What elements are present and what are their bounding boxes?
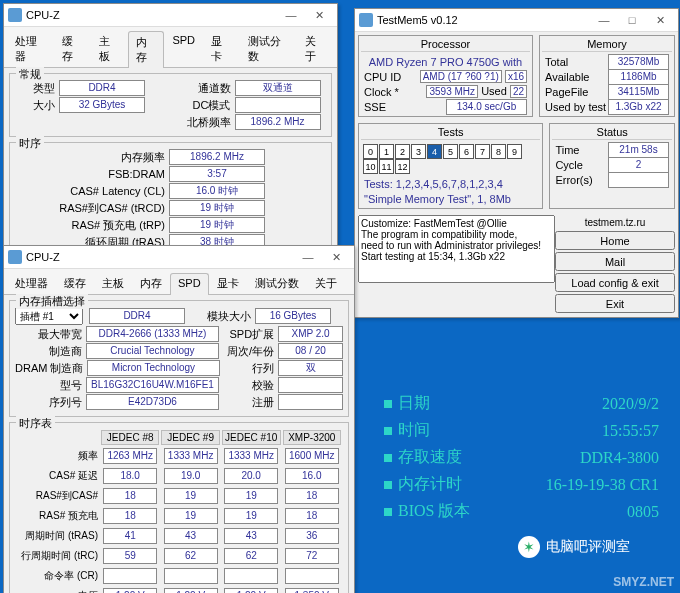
tab-主板[interactable]: 主板 xyxy=(91,30,128,67)
tab-关于[interactable]: 关于 xyxy=(307,272,345,294)
tab-显卡[interactable]: 显卡 xyxy=(209,272,247,294)
col-header: JEDEC #9 xyxy=(161,430,219,445)
app-icon xyxy=(359,13,373,27)
window-title: CPU-Z xyxy=(26,9,60,21)
tab-缓存[interactable]: 缓存 xyxy=(56,272,94,294)
timing-row: 内存频率1896.2 MHz xyxy=(15,149,326,165)
tab-测试分数[interactable]: 测试分数 xyxy=(247,272,307,294)
wechat-label: ✶电脑吧评测室 xyxy=(518,536,630,558)
table-row: 电压1.20 V1.20 V1.20 V1.350 V xyxy=(17,587,341,593)
load-config-button[interactable]: Load config & exit xyxy=(555,273,675,292)
status-section: Status Time21m 58s Cycle2 Error(s) xyxy=(549,123,675,209)
processor-header: Processor xyxy=(361,38,530,52)
slot-group: 内存插槽选择 插槽 #1 DDR4 模块大小 16 GBytes 最大带宽DDR… xyxy=(9,300,349,417)
tabstrip: 处理器缓存主板内存SPD显卡测试分数关于 xyxy=(4,269,354,295)
timing-row: RAS#到CAS# (tRCD)19 时钟 xyxy=(15,200,326,216)
test-indicator: 7 xyxy=(475,144,490,159)
close-button[interactable]: ✕ xyxy=(646,11,674,29)
table-row: 行周期时间 (tRC)59626272 xyxy=(17,547,341,565)
maximize-button[interactable]: □ xyxy=(618,11,646,29)
titlebar[interactable]: CPU-Z — ✕ xyxy=(4,4,337,27)
processor-section: Processor AMD Ryzen 7 PRO 4750G with CPU… xyxy=(358,35,533,117)
wechat-icon: ✶ xyxy=(518,536,540,558)
timing-row: CAS# Latency (CL)16.0 时钟 xyxy=(15,183,326,199)
tab-SPD[interactable]: SPD xyxy=(164,30,203,67)
test-indicator: 6 xyxy=(459,144,474,159)
minimize-button[interactable]: — xyxy=(294,248,322,266)
slot-row: 型号BL16G32C16U4W.M16FE1校验 xyxy=(15,377,343,393)
memory-header: Memory xyxy=(542,38,672,52)
titlebar[interactable]: TestMem5 v0.12 — □ ✕ xyxy=(355,9,678,32)
tab-缓存[interactable]: 缓存 xyxy=(54,30,91,67)
tab-内存[interactable]: 内存 xyxy=(132,272,170,294)
test-indicator: 3 xyxy=(411,144,426,159)
table-row: 频率1263 MHz1333 MHz1333 MHz1600 MHz xyxy=(17,447,341,465)
timing-row: RAS# 预充电 (tRP)19 时钟 xyxy=(15,217,326,233)
desk-row: 内存计时16-19-19-38 CR1 xyxy=(376,471,679,498)
test-indicator: 5 xyxy=(443,144,458,159)
col-header: XMP-3200 xyxy=(283,430,341,445)
cpu-name: AMD Ryzen 7 PRO 4750G with xyxy=(361,54,530,69)
desktop-info-panel: 日期2020/9/2 时间15:55:57 存取速度DDR4-3800 内存计时… xyxy=(376,390,679,525)
tab-内存[interactable]: 内存 xyxy=(128,31,165,68)
timing-row: FSB:DRAM3:57 xyxy=(15,166,326,182)
slot-row: DRAM 制造商Micron Technology行列双 xyxy=(15,360,343,376)
watermark: SMYZ.NET xyxy=(613,575,674,589)
timings-table-group: 时序表 JEDEC #8JEDEC #9JEDEC #10XMP-3200频率1… xyxy=(9,422,349,593)
minimize-button[interactable]: — xyxy=(590,11,618,29)
desk-row: 存取速度DDR4-3800 xyxy=(376,444,679,471)
table-row: 周期时间 (tRAS)41434336 xyxy=(17,527,341,545)
exit-button[interactable]: Exit xyxy=(555,294,675,313)
col-header: JEDEC #8 xyxy=(101,430,159,445)
desk-row: BIOS 版本0805 xyxy=(376,498,679,525)
test-indicator: 11 xyxy=(379,159,394,174)
tab-显卡[interactable]: 显卡 xyxy=(203,30,240,67)
window-title: CPU-Z xyxy=(26,251,60,263)
test-indicator: 12 xyxy=(395,159,410,174)
tab-关于[interactable]: 关于 xyxy=(297,30,334,67)
tests-section: Tests 0123456789101112 Tests: 1,2,3,4,5,… xyxy=(358,123,543,209)
cpuz-icon xyxy=(8,8,22,22)
cpuz-spd-window: CPU-Z — ✕ 处理器缓存主板内存SPD显卡测试分数关于 内存插槽选择 插槽… xyxy=(3,245,355,593)
tab-处理器[interactable]: 处理器 xyxy=(7,272,56,294)
slot-row: 序列号E42D73D6注册 xyxy=(15,394,343,410)
test-indicator: 4 xyxy=(427,144,442,159)
close-button[interactable]: ✕ xyxy=(305,6,333,24)
table-row: CAS# 延迟18.019.020.016.0 xyxy=(17,467,341,485)
memory-section: Memory Total32578Mb Available1186Mb Page… xyxy=(539,35,675,117)
tab-主板[interactable]: 主板 xyxy=(94,272,132,294)
timings-table: JEDEC #8JEDEC #9JEDEC #10XMP-3200频率1263 … xyxy=(15,428,343,593)
desk-row: 时间15:55:57 xyxy=(376,417,679,444)
home-button[interactable]: Home xyxy=(555,231,675,250)
test-indicator: 9 xyxy=(507,144,522,159)
general-group: 常规 类型DDR4 大小32 GBytes 通道数双通道 DC模式 北桥频率18… xyxy=(9,73,332,137)
titlebar[interactable]: CPU-Z — ✕ xyxy=(4,246,354,269)
table-row: 命令率 (CR) xyxy=(17,567,341,585)
site-link[interactable]: testmem.tz.ru xyxy=(555,217,675,228)
slot-row: 最大带宽DDR4-2666 (1333 MHz)SPD扩展XMP 2.0 xyxy=(15,326,343,342)
col-header: JEDEC #10 xyxy=(222,430,281,445)
test-indicator: 8 xyxy=(491,144,506,159)
test-indicators: 0123456789101112 xyxy=(361,142,540,176)
table-row: RAS#到CAS#18191918 xyxy=(17,487,341,505)
window-title: TestMem5 v0.12 xyxy=(377,14,458,26)
test-indicator: 10 xyxy=(363,159,378,174)
slot-row: 制造商Crucial Technology周次/年份08 / 20 xyxy=(15,343,343,359)
test-indicator: 2 xyxy=(395,144,410,159)
tabstrip: 处理器缓存主板内存SPD显卡测试分数关于 xyxy=(4,27,337,68)
tab-SPD[interactable]: SPD xyxy=(170,273,209,295)
testmem5-window: TestMem5 v0.12 — □ ✕ Processor AMD Ryzen… xyxy=(354,8,679,318)
tab-测试分数[interactable]: 测试分数 xyxy=(240,30,298,67)
close-button[interactable]: ✕ xyxy=(322,248,350,266)
test-indicator: 1 xyxy=(379,144,394,159)
test-indicator: 0 xyxy=(363,144,378,159)
desk-row: 日期2020/9/2 xyxy=(376,390,679,417)
cpuz-icon xyxy=(8,250,22,264)
mail-button[interactable]: Mail xyxy=(555,252,675,271)
table-row: RAS# 预充电18191918 xyxy=(17,507,341,525)
tab-处理器[interactable]: 处理器 xyxy=(7,30,54,67)
slot-select[interactable]: 插槽 #1 xyxy=(15,307,83,325)
minimize-button[interactable]: — xyxy=(277,6,305,24)
log-textarea[interactable]: Customize: FastMemTest @Ollie The progra… xyxy=(358,215,555,283)
